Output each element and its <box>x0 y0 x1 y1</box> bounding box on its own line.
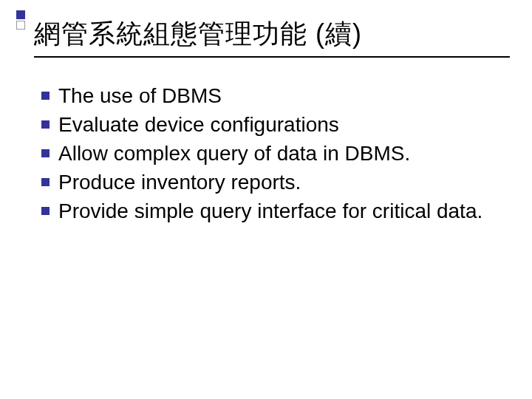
bullet-list: The use of DBMS Evaluate device configur… <box>41 83 495 227</box>
square-icon <box>16 10 25 19</box>
title-underline <box>34 56 510 58</box>
bullet-text: Allow complex query of data in DBMS. <box>58 140 495 166</box>
slide-title: 網管系統組態管理功能 (續) <box>34 16 510 52</box>
bullet-text: Provide simple query interface for criti… <box>58 198 495 224</box>
bullet-text: Produce inventory reports. <box>58 169 495 195</box>
bullet-text: Evaluate device configurations <box>58 112 495 137</box>
bullet-text: The use of DBMS <box>58 83 495 109</box>
bullet-icon <box>41 207 50 215</box>
bullet-icon <box>41 92 50 100</box>
list-item: Evaluate device configurations <box>41 112 495 137</box>
slide: 網管系統組態管理功能 (續) The use of DBMS Evaluate … <box>0 0 532 399</box>
bullet-icon <box>41 178 50 186</box>
list-item: Allow complex query of data in DBMS. <box>41 140 495 166</box>
square-outline-icon <box>16 21 25 30</box>
list-item: Provide simple query interface for criti… <box>41 198 495 224</box>
list-item: Produce inventory reports. <box>41 169 495 195</box>
bullet-icon <box>41 120 50 129</box>
list-item: The use of DBMS <box>41 83 495 109</box>
bullet-icon <box>41 149 50 157</box>
accent-decoration <box>16 10 25 30</box>
